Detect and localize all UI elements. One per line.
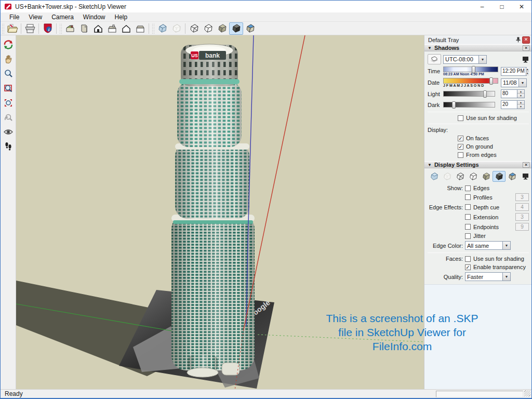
title-bar: US+Bank+Tower.skp - SketchUp Viewer – □ … bbox=[1, 1, 531, 12]
light-slider-thumb[interactable] bbox=[483, 90, 487, 98]
tray-back-edges-button[interactable] bbox=[441, 171, 454, 182]
quality-value: Faster bbox=[466, 274, 502, 280]
faces-use-sun-checkbox[interactable] bbox=[465, 256, 471, 262]
date-slider-thumb[interactable] bbox=[489, 77, 493, 85]
dark-slider-thumb[interactable] bbox=[452, 101, 456, 109]
time-input[interactable]: 12:20 PM ▲▼ bbox=[501, 67, 527, 76]
view-iso-button[interactable] bbox=[63, 22, 77, 35]
tray-xray-button[interactable] bbox=[428, 171, 441, 182]
open-button[interactable] bbox=[5, 22, 19, 35]
enable-transparency-checkbox[interactable]: ✓ bbox=[465, 264, 471, 270]
shadows-close-icon[interactable]: ✕ bbox=[523, 45, 529, 51]
open-icon bbox=[7, 24, 18, 33]
spinner-icon[interactable]: ▲▼ bbox=[517, 101, 524, 109]
menu-camera[interactable]: Camera bbox=[47, 13, 78, 21]
spinner-icon[interactable]: ▲▼ bbox=[526, 68, 529, 75]
extension-checkbox[interactable] bbox=[465, 214, 471, 220]
tray-shaded-button[interactable] bbox=[480, 171, 493, 182]
on-ground-checkbox[interactable]: ✓ bbox=[458, 144, 463, 150]
dropdown-arrow-icon: ▼ bbox=[502, 273, 510, 281]
jitter-label: Jitter bbox=[473, 233, 486, 239]
profiles-checkbox[interactable] bbox=[465, 194, 471, 200]
model-info-button[interactable]: i bbox=[41, 22, 55, 35]
print-icon bbox=[24, 24, 36, 33]
shaded-icon bbox=[217, 23, 228, 33]
shaded-textures-icon bbox=[495, 172, 504, 181]
spinner-icon[interactable]: ▲▼ bbox=[517, 90, 524, 98]
tray-hidden-line-button[interactable] bbox=[467, 171, 480, 182]
view-left-button[interactable] bbox=[133, 22, 147, 35]
light-input[interactable]: 80 ▲▼ bbox=[501, 89, 525, 98]
depth-cue-value-input[interactable]: 4 bbox=[515, 203, 529, 211]
tray-close-button[interactable]: ✕ bbox=[522, 36, 530, 44]
toggle-shadows-button[interactable] bbox=[428, 54, 441, 64]
dark-slider[interactable] bbox=[443, 102, 495, 108]
maximize-button[interactable]: □ bbox=[492, 1, 512, 12]
hidden-line-button[interactable] bbox=[201, 22, 215, 35]
look-around-button[interactable] bbox=[2, 126, 15, 138]
pan-button[interactable] bbox=[2, 53, 15, 65]
menu-view[interactable]: View bbox=[24, 13, 47, 21]
menu-window[interactable]: Window bbox=[78, 13, 110, 21]
zoom-previous-button[interactable] bbox=[2, 111, 15, 124]
view-top-button[interactable] bbox=[77, 22, 91, 35]
shaded-textures-button[interactable] bbox=[229, 22, 243, 35]
walk-button[interactable] bbox=[2, 140, 15, 153]
timezone-select[interactable]: UTC-08:00 ▼ bbox=[443, 55, 487, 64]
view-back-icon bbox=[121, 24, 131, 33]
pin-icon[interactable] bbox=[514, 36, 522, 44]
model-viewport[interactable]: Google bbox=[16, 35, 424, 389]
monochrome-button[interactable] bbox=[243, 22, 257, 35]
use-sun-checkbox[interactable] bbox=[458, 115, 463, 121]
extension-value-input[interactable]: 3 bbox=[515, 213, 529, 221]
menu-help[interactable]: Help bbox=[110, 13, 132, 21]
endpoints-checkbox[interactable] bbox=[465, 224, 471, 230]
edges-checkbox[interactable] bbox=[465, 185, 471, 191]
toolbar-separator bbox=[38, 23, 39, 34]
menu-file[interactable]: File bbox=[5, 13, 24, 21]
profiles-value-input[interactable]: 3 bbox=[515, 193, 529, 201]
tray-shaded-textures-button[interactable] bbox=[493, 171, 506, 182]
zoom-extents-button[interactable] bbox=[2, 97, 15, 109]
depth-cue-checkbox[interactable] bbox=[465, 204, 471, 210]
zoom-extents-icon bbox=[4, 98, 13, 108]
minimize-button[interactable]: – bbox=[472, 1, 492, 12]
tray-wireframe-button[interactable] bbox=[454, 171, 467, 182]
xray-button[interactable] bbox=[155, 22, 169, 35]
zoom-button[interactable] bbox=[2, 68, 15, 80]
edge-effects-label: Edge Effects: bbox=[428, 204, 463, 210]
dropdown-arrow-icon: ▼ bbox=[518, 79, 526, 87]
shaded-button[interactable] bbox=[215, 22, 229, 35]
endpoints-value-input[interactable]: 9 bbox=[515, 223, 529, 231]
view-right-button[interactable] bbox=[105, 22, 119, 35]
jitter-checkbox[interactable] bbox=[465, 233, 471, 239]
view-front-button[interactable] bbox=[91, 22, 105, 35]
time-slider[interactable]: 06:23 AM Noon 4:50 PM bbox=[443, 66, 498, 76]
close-button[interactable]: ✕ bbox=[512, 1, 531, 12]
display-settings-close-icon[interactable]: ✕ bbox=[523, 162, 529, 168]
measurements-input[interactable] bbox=[436, 391, 523, 397]
on-faces-checkbox[interactable]: ✓ bbox=[458, 136, 463, 141]
details-monitor-icon[interactable] bbox=[522, 173, 529, 180]
main-toolbar: i bbox=[1, 22, 531, 35]
details-monitor-icon[interactable] bbox=[522, 56, 529, 63]
print-button[interactable] bbox=[23, 22, 37, 35]
date-slider[interactable]: J F M A M J J A S O N D bbox=[443, 78, 498, 87]
edge-color-select[interactable]: All same ▼ bbox=[465, 241, 511, 250]
shadows-section-header[interactable]: ▼ Shadows ✕ bbox=[424, 44, 531, 51]
tray-monochrome-button[interactable] bbox=[506, 171, 518, 182]
view-back-button[interactable] bbox=[119, 22, 133, 35]
light-slider[interactable] bbox=[443, 91, 495, 97]
wireframe-button[interactable] bbox=[187, 22, 201, 35]
orbit-button[interactable] bbox=[2, 38, 15, 51]
date-select[interactable]: 11/08 ▼ bbox=[501, 78, 527, 87]
display-settings-section-header[interactable]: ▼ Display Settings ✕ bbox=[424, 161, 531, 168]
quality-select[interactable]: Faster ▼ bbox=[465, 272, 511, 281]
back-edges-button[interactable] bbox=[169, 22, 183, 35]
dark-input[interactable]: 20 ▲▼ bbox=[501, 100, 525, 109]
resize-grip-icon[interactable] bbox=[524, 390, 530, 396]
from-edges-checkbox[interactable] bbox=[458, 152, 463, 158]
window-title: US+Bank+Tower.skp - SketchUp Viewer bbox=[15, 3, 126, 10]
time-slider-thumb[interactable] bbox=[472, 66, 475, 73]
zoom-window-button[interactable] bbox=[2, 82, 15, 95]
